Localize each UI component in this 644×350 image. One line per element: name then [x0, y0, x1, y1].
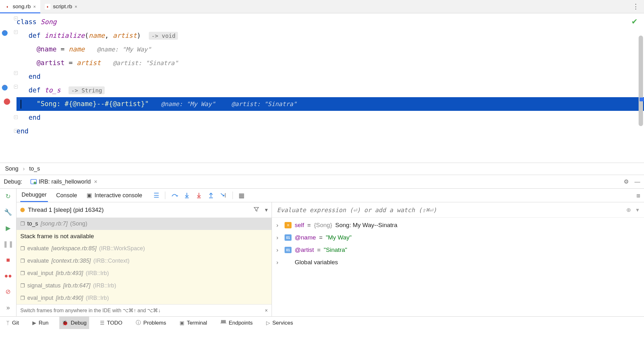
variables-list[interactable]: › ≡ self = {Song} Song: My Way--Sinatra … [272, 218, 644, 316]
variable-row[interactable]: › 01 @name = "My Way" [272, 231, 644, 244]
resume-button[interactable]: ▶ [4, 224, 13, 232]
editor[interactable]: − − − − − − class Song def initialize(na… [0, 13, 644, 163]
tab-more-icon[interactable] [632, 3, 644, 11]
bottom-toolbar: ᛘGit ▶Run 🐞Debug ☰TODO ⓘProblems ▣Termin… [0, 316, 644, 329]
tool-terminal[interactable]: ▣Terminal [177, 317, 210, 329]
step-out-icon[interactable] [208, 192, 214, 199]
services-icon: ▷ [266, 320, 270, 326]
pause-button[interactable]: ❚❚ [4, 239, 13, 248]
tool-problems[interactable]: ⓘProblems [133, 317, 169, 329]
error-stripe-mark[interactable] [640, 98, 644, 101]
frame-row[interactable]: ❐signal_status [irb.rb:647] (IRB::Irb) [16, 279, 272, 292]
breadcrumb-class[interactable]: Song [5, 165, 18, 172]
terminal-icon: ▣ [180, 320, 184, 326]
dropdown-icon[interactable]: ▾ [265, 206, 268, 213]
stop-button[interactable]: ■ [4, 255, 13, 264]
ruby-file-icon: ♦ [4, 4, 10, 10]
breadcrumb-method[interactable]: to_s [29, 165, 40, 172]
frame-row[interactable]: ❐eval_input [irb.rb:493] (IRB::Irb) [16, 267, 272, 279]
svg-point-1 [34, 182, 36, 184]
run-to-cursor-icon[interactable] [220, 192, 227, 199]
inspection-ok-icon[interactable]: ✔ [631, 17, 638, 26]
tool-run[interactable]: ▶Run [30, 317, 51, 329]
editor-tabs: ♦ song.rb × ♦ script.rb × [0, 0, 644, 13]
debug-sidebar: ↻ 🔧 ▶ ❚❚ ■ ●● ⊘ [0, 189, 16, 316]
instance-var-icon: 01 [285, 234, 292, 241]
debug-label: Debug: [4, 178, 22, 185]
todo-icon: ☰ [100, 320, 104, 326]
debug-run-icon[interactable] [2, 30, 8, 36]
rerun-button[interactable]: ↻ [4, 192, 13, 201]
tab-console[interactable]: Console [55, 189, 78, 202]
ruby-file-icon: ♦ [45, 4, 50, 10]
close-icon[interactable]: × [265, 308, 268, 313]
tab-song-rb[interactable]: ♦ song.rb × [0, 0, 40, 13]
more-button[interactable] [4, 303, 13, 312]
instance-var-icon: 01 [285, 247, 292, 253]
frames-pane: Thread 1 [sleep] (pid 16342) ▾ ❐ to_s [s… [16, 202, 272, 316]
frame-row[interactable]: ❐eval_input [irb.rb:490] (IRB::Irb) [16, 292, 272, 304]
variables-pane: ⊕ ▾ › ≡ self = {Song} Song: My Way--Sina… [272, 202, 644, 316]
tab-label: script.rb [53, 3, 72, 10]
gear-icon[interactable]: ⚙ [624, 178, 629, 185]
close-icon[interactable]: × [94, 178, 97, 185]
debug-tool-header: Debug: IRB: rails_helloworld × ⚙ — [0, 175, 644, 189]
endpoints-icon: ᚙ [220, 320, 226, 326]
minimize-icon[interactable]: — [634, 178, 640, 185]
thread-status-icon [20, 208, 25, 212]
close-icon[interactable]: × [75, 4, 77, 9]
tab-interactive-console[interactable]: ▣Interactive console [85, 189, 143, 202]
dropdown-icon[interactable]: ▾ [636, 206, 639, 213]
step-into-icon[interactable] [184, 192, 190, 199]
frame-row[interactable]: ❐evaluate [workspace.rb:85] (IRB::WorkSp… [16, 242, 272, 255]
mute-breakpoints-button[interactable]: ⊘ [4, 287, 13, 296]
chevron-right-icon[interactable]: › [276, 246, 281, 253]
thread-selector[interactable]: Thread 1 [sleep] (pid 16342) ▾ [16, 202, 272, 218]
debug-tabs: Debugger Console ▣Interactive console ☰ … [16, 189, 644, 202]
scrollbar[interactable] [639, 36, 643, 126]
play-icon: ▶ [32, 320, 36, 326]
chevron-right-icon[interactable]: › [276, 222, 281, 229]
step-over-icon[interactable] [171, 192, 178, 199]
variable-row[interactable]: › ≡ self = {Song} Song: My Way--Sinatra [272, 219, 644, 231]
tab-debugger[interactable]: Debugger [20, 189, 48, 202]
code-area[interactable]: class Song def initialize(name, artist) … [16, 13, 644, 163]
frame-row[interactable]: ❐evaluate [context.rb:385] (IRB::Context… [16, 255, 272, 267]
tool-todo[interactable]: ☰TODO [97, 317, 125, 329]
frame-icon: ❐ [20, 221, 25, 227]
frame-list[interactable]: ❐ to_s [song.rb:7] (Song) Stack frame is… [16, 218, 272, 304]
evaluate-expression-icon[interactable]: ▦ [239, 192, 245, 199]
threads-icon[interactable]: ☰ [154, 192, 159, 199]
layout-icon[interactable]: ▥ [636, 193, 640, 198]
force-step-into-icon[interactable] [196, 192, 202, 199]
variable-row[interactable]: › 01 @artist = "Sinatra" [272, 244, 644, 256]
debug-config-name[interactable]: IRB: rails_helloworld [39, 178, 91, 185]
view-breakpoints-button[interactable]: ●● [4, 271, 13, 280]
evaluate-input[interactable] [277, 206, 626, 213]
tab-script-rb[interactable]: ♦ script.rb × [40, 0, 82, 13]
frame-unavailable: Stack frame is not available [16, 230, 272, 242]
console-icon [30, 178, 37, 185]
bug-icon: 🐞 [62, 320, 68, 326]
frame-row[interactable]: ❐ to_s [song.rb:7] (Song) [16, 218, 272, 230]
gutter[interactable]: − − − − − − [0, 13, 16, 163]
debug-panel: ↻ 🔧 ▶ ❚❚ ■ ●● ⊘ Debugger Console ▣Intera… [0, 189, 644, 316]
self-icon: ≡ [285, 222, 292, 228]
tool-git[interactable]: ᛘGit [4, 317, 22, 329]
debug-run-icon[interactable] [2, 85, 8, 91]
tool-endpoints[interactable]: ᚙEndpoints [218, 317, 255, 329]
return-type-hint: -> void [149, 32, 178, 40]
filter-icon[interactable] [253, 206, 259, 213]
chevron-right-icon[interactable]: › [276, 259, 281, 266]
tool-services[interactable]: ▷Services [264, 317, 296, 329]
settings-button[interactable]: 🔧 [4, 208, 13, 217]
add-watch-icon[interactable]: ⊕ [626, 206, 631, 213]
execution-line: "Song: #{@name}--#{@artist}" @name: "My … [16, 97, 644, 111]
chevron-right-icon[interactable]: › [276, 234, 281, 241]
variable-row[interactable]: › Global variables [272, 256, 644, 268]
breakpoint-icon[interactable] [4, 98, 10, 105]
inline-hint: @name: "My Way" [97, 46, 151, 53]
close-icon[interactable]: × [33, 4, 36, 9]
breadcrumb[interactable]: Song › to_s [0, 163, 644, 175]
tool-debug[interactable]: 🐞Debug [59, 317, 89, 329]
